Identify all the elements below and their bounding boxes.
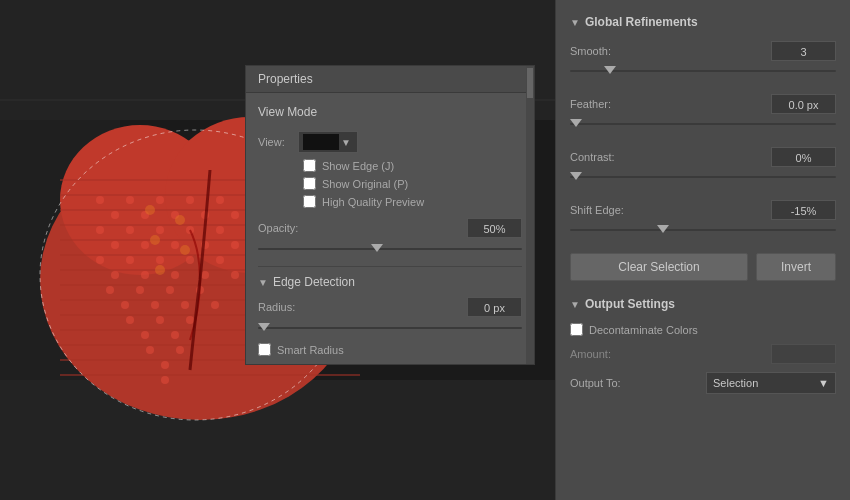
output-settings-header[interactable]: ▼ Output Settings: [570, 297, 836, 311]
decontaminate-label: Decontaminate Colors: [589, 324, 698, 336]
svg-point-42: [216, 226, 224, 234]
global-refinements-header[interactable]: ▼ Global Refinements: [570, 15, 836, 29]
contrast-value[interactable]: 0%: [771, 147, 836, 167]
view-select[interactable]: ▼: [298, 131, 358, 153]
global-refinements-title: Global Refinements: [585, 15, 698, 29]
panel-scrollbar[interactable]: [526, 66, 534, 364]
svg-point-59: [151, 301, 159, 309]
show-original-checkbox[interactable]: [303, 177, 316, 190]
svg-point-65: [141, 331, 149, 339]
svg-point-72: [161, 376, 169, 384]
svg-point-46: [96, 256, 104, 264]
feather-track: [570, 123, 836, 125]
view-select-arrow-icon: ▼: [341, 137, 351, 148]
svg-point-49: [141, 271, 149, 279]
svg-point-21: [96, 196, 104, 204]
svg-point-54: [216, 256, 224, 264]
feather-row: Feather: 0.0 px: [570, 94, 836, 133]
svg-point-57: [121, 301, 129, 309]
contrast-row: Contrast: 0%: [570, 147, 836, 186]
opacity-value[interactable]: 50%: [467, 218, 522, 238]
shift-edge-value[interactable]: -15%: [771, 200, 836, 220]
svg-point-63: [211, 301, 219, 309]
contrast-slider: [570, 170, 836, 186]
radius-value[interactable]: 0 px: [467, 297, 522, 317]
svg-point-64: [126, 316, 134, 324]
output-to-select[interactable]: Selection ▼: [706, 372, 836, 394]
shift-edge-track: [570, 229, 836, 231]
properties-panel: Properties View Mode View: ▼ Show Edge (…: [245, 65, 535, 365]
amount-label: Amount:: [570, 348, 611, 360]
opacity-slider-container: [258, 242, 522, 258]
view-mode-label: View Mode: [258, 101, 522, 123]
svg-point-52: [186, 256, 194, 264]
svg-point-39: [171, 241, 179, 249]
svg-point-69: [146, 346, 154, 354]
edge-detection-arrow-icon: ▼: [258, 277, 268, 288]
svg-point-74: [175, 215, 185, 225]
smart-radius-checkbox[interactable]: [258, 343, 271, 356]
output-settings-section: ▼ Output Settings Decontaminate Colors A…: [570, 297, 836, 394]
edge-detection-title: Edge Detection: [273, 275, 355, 289]
output-to-arrow-icon: ▼: [818, 377, 829, 389]
svg-point-71: [176, 346, 184, 354]
svg-point-75: [150, 235, 160, 245]
invert-button[interactable]: Invert: [756, 253, 836, 281]
svg-point-37: [141, 241, 149, 249]
svg-point-77: [155, 265, 165, 275]
shift-edge-row: Shift Edge: -15%: [570, 200, 836, 239]
svg-point-67: [171, 331, 179, 339]
smart-radius-label: Smart Radius: [277, 344, 344, 356]
feather-value[interactable]: 0.0 px: [771, 94, 836, 114]
svg-point-58: [136, 286, 144, 294]
feather-slider: [570, 117, 836, 133]
decontaminate-row: Decontaminate Colors: [570, 323, 836, 336]
amount-row: Amount:: [570, 344, 836, 364]
global-refinements-arrow-icon: ▼: [570, 17, 580, 28]
svg-point-35: [111, 241, 119, 249]
show-edge-checkbox[interactable]: [303, 159, 316, 172]
svg-point-30: [231, 211, 239, 219]
high-quality-checkbox[interactable]: [303, 195, 316, 208]
output-settings-arrow-icon: ▼: [570, 299, 580, 310]
panel-tab[interactable]: Properties: [246, 66, 534, 93]
show-original-label: Show Original (P): [322, 178, 408, 190]
output-to-value: Selection: [713, 377, 758, 389]
svg-point-27: [186, 196, 194, 204]
decontaminate-checkbox[interactable]: [570, 323, 583, 336]
opacity-slider-thumb[interactable]: [371, 244, 383, 252]
svg-point-48: [126, 256, 134, 264]
svg-point-66: [156, 316, 164, 324]
right-panel: ▼ Global Refinements Smooth: 3 Feather: …: [555, 0, 850, 500]
shift-edge-label: Shift Edge:: [570, 204, 624, 216]
shift-edge-thumb[interactable]: [657, 225, 669, 233]
svg-point-76: [180, 245, 190, 255]
svg-point-22: [111, 211, 119, 219]
svg-point-29: [216, 196, 224, 204]
svg-point-50: [156, 256, 164, 264]
feather-label: Feather:: [570, 98, 611, 110]
smooth-value[interactable]: 3: [771, 41, 836, 61]
output-to-label: Output To:: [570, 377, 621, 389]
feather-thumb[interactable]: [570, 119, 582, 127]
svg-point-68: [186, 316, 194, 324]
svg-point-61: [181, 301, 189, 309]
edge-detection-header[interactable]: ▼ Edge Detection: [258, 275, 522, 289]
svg-point-51: [171, 271, 179, 279]
amount-value-box: [771, 344, 836, 364]
svg-point-38: [156, 226, 164, 234]
shift-edge-slider: [570, 223, 836, 239]
svg-point-60: [166, 286, 174, 294]
contrast-track: [570, 176, 836, 178]
smooth-thumb[interactable]: [604, 66, 616, 74]
opacity-slider-track: [258, 248, 522, 250]
smart-radius-row: Smart Radius: [258, 343, 522, 356]
panel-scroll-thumb[interactable]: [527, 68, 533, 98]
svg-point-23: [126, 196, 134, 204]
svg-point-55: [231, 271, 239, 279]
contrast-thumb[interactable]: [570, 172, 582, 180]
opacity-label: Opacity:: [258, 222, 318, 234]
svg-point-47: [111, 271, 119, 279]
clear-selection-button[interactable]: Clear Selection: [570, 253, 748, 281]
radius-slider-thumb[interactable]: [258, 323, 270, 331]
